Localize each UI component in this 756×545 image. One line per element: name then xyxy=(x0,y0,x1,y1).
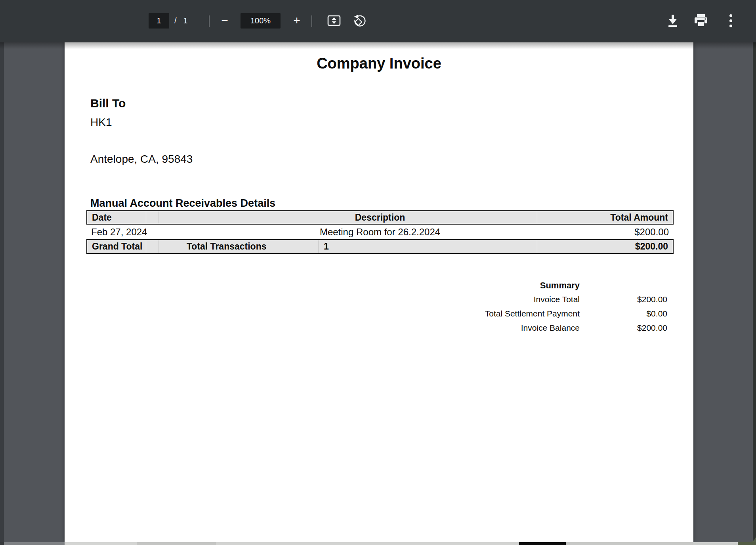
receivables-table: Date Description Total Amount Feb 27, 20… xyxy=(86,210,674,254)
summary-row: Invoice Total $200.00 xyxy=(311,295,667,309)
more-options-button[interactable] xyxy=(723,13,739,29)
summary-heading: Summary xyxy=(540,280,580,291)
scrollbar-track[interactable] xyxy=(753,42,756,542)
cell-description: Meeting Room for 26.2.2024 xyxy=(320,225,440,239)
column-separator xyxy=(146,240,146,253)
zoom-level-field[interactable]: 100% xyxy=(241,13,281,29)
summary-label: Invoice Balance xyxy=(521,323,580,333)
total-transactions-count: 1 xyxy=(324,240,329,253)
screen: / 1 − 100% + xyxy=(0,0,756,545)
column-header-total-amount: Total Amount xyxy=(610,211,668,224)
more-options-kebab-icon xyxy=(729,14,732,27)
grand-total-row: Grand Total Total Transactions 1 $200.00 xyxy=(86,239,674,254)
document-viewport: Company Invoice Bill To HK1 Antelope, CA… xyxy=(0,42,756,542)
bill-to-name: HK1 xyxy=(90,116,112,129)
column-header-date: Date xyxy=(92,211,112,224)
summary-value: $200.00 xyxy=(637,323,667,333)
pdf-page: Company Invoice Bill To HK1 Antelope, CA… xyxy=(65,42,693,542)
column-separator xyxy=(146,212,146,223)
taskbar-segment xyxy=(566,542,693,545)
column-separator xyxy=(158,212,158,223)
taskbar-segment xyxy=(137,542,216,545)
viewer-left-edge xyxy=(0,42,4,542)
taskbar-segment-dark xyxy=(519,542,566,545)
print-icon xyxy=(694,14,708,27)
taskbar-segment xyxy=(65,542,137,545)
taskbar-segment xyxy=(216,542,519,545)
receivables-heading: Manual Account Receivables Details xyxy=(90,197,275,210)
table-header-row: Date Description Total Amount xyxy=(86,210,674,225)
fit-to-page-icon xyxy=(327,15,341,27)
page-navigation: / 1 xyxy=(149,13,188,29)
page-count-label: 1 xyxy=(183,16,188,25)
pdf-viewer-window: / 1 − 100% + xyxy=(0,0,756,542)
zoom-level-value: 100% xyxy=(250,16,271,25)
zoom-in-icon: + xyxy=(293,15,300,27)
taskbar-strip xyxy=(0,542,756,545)
column-separator xyxy=(537,240,537,253)
page-number-input[interactable] xyxy=(149,13,169,29)
fit-to-page-button[interactable] xyxy=(326,13,342,29)
rotate-counterclockwise-icon xyxy=(353,14,366,27)
print-button[interactable] xyxy=(693,13,709,29)
grand-total-label: Grand Total xyxy=(92,240,142,253)
summary-section: Summary Invoice Total $200.00 Total Sett… xyxy=(311,280,667,337)
cell-date: Feb 27, 2024 xyxy=(91,225,147,239)
column-separator xyxy=(537,212,537,223)
column-separator xyxy=(158,240,158,253)
total-transactions-label: Total Transactions xyxy=(187,240,267,253)
pdf-toolbar: / 1 − 100% + xyxy=(0,0,756,42)
rotate-button[interactable] xyxy=(352,13,368,29)
zoom-in-button[interactable]: + xyxy=(289,13,305,29)
summary-row: Invoice Balance $200.00 xyxy=(311,323,667,337)
table-row: Feb 27, 2024 Meeting Room for 26.2.2024 … xyxy=(86,225,674,239)
bill-to-address: Antelope, CA, 95843 xyxy=(90,153,193,166)
page-separator: / xyxy=(174,16,177,25)
cell-amount: $200.00 xyxy=(634,225,669,239)
column-header-description: Description xyxy=(355,211,405,224)
taskbar-segment xyxy=(693,542,738,545)
invoice-title: Company Invoice xyxy=(65,55,693,72)
toolbar-divider xyxy=(311,15,312,27)
download-icon xyxy=(667,14,678,27)
zoom-out-icon: − xyxy=(221,15,228,27)
bill-to-heading: Bill To xyxy=(90,97,126,110)
download-button[interactable] xyxy=(665,13,681,29)
summary-label: Invoice Total xyxy=(534,295,580,304)
toolbar-divider xyxy=(209,15,210,27)
zoom-out-button[interactable]: − xyxy=(217,13,233,29)
summary-label: Total Settlement Payment xyxy=(485,309,580,318)
taskbar-segment xyxy=(0,542,4,545)
column-separator xyxy=(318,240,319,253)
taskbar-segment xyxy=(4,542,65,545)
summary-row: Total Settlement Payment $0.00 xyxy=(311,309,667,323)
summary-heading-row: Summary xyxy=(311,280,667,295)
grand-total-amount: $200.00 xyxy=(635,240,668,253)
summary-value: $200.00 xyxy=(637,295,667,304)
desktop-edge xyxy=(738,542,756,545)
summary-value: $0.00 xyxy=(646,309,667,318)
